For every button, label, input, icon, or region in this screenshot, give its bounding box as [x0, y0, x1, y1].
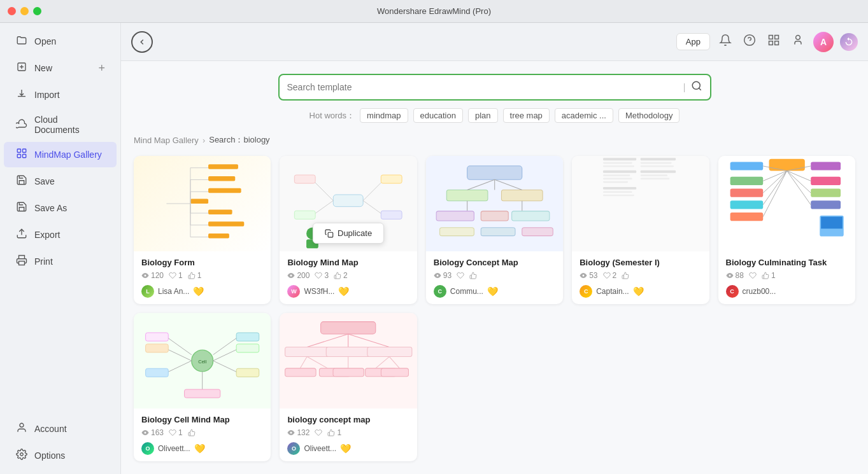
search-input[interactable] [287, 82, 678, 92]
svg-line-63 [467, 179, 494, 190]
app-button[interactable]: App [676, 33, 710, 50]
svg-rect-81 [641, 165, 674, 167]
search-button[interactable] [691, 80, 702, 94]
export-icon [15, 228, 28, 242]
topbar: App A [121, 23, 868, 61]
sidebar-item-print[interactable]: Print [4, 249, 117, 274]
svg-rect-82 [641, 171, 676, 173]
app-title: Wondershare EdrawMind (Pro) [377, 6, 491, 16]
sidebar-item-options[interactable]: Options [4, 443, 117, 468]
svg-rect-117 [236, 344, 259, 352]
svg-point-18 [692, 81, 700, 89]
card-author-biology-concept: C Commu... 💛 [434, 285, 555, 298]
svg-rect-123 [185, 389, 220, 398]
duplicate-tooltip[interactable]: Duplicate [313, 223, 384, 244]
author-avatar-concept: C [434, 285, 446, 298]
tag-academic[interactable]: academic ... [555, 108, 613, 123]
secondary-avatar[interactable] [840, 33, 858, 51]
card-title-biology-form: Biology Form [141, 258, 263, 267]
author-name-concept: Commu... [450, 287, 483, 296]
svg-line-120 [213, 337, 238, 355]
author-avatar-semester: C [580, 285, 592, 298]
sidebar-item-save-as[interactable]: Save As [4, 195, 117, 221]
card-body-culminating: Biology Culminating Task 88 1 [718, 251, 855, 304]
user-avatar[interactable]: A [813, 32, 834, 52]
thumbsup-biology-mind: 2 [334, 271, 348, 280]
svg-rect-47 [381, 175, 402, 183]
card-biology-culminating[interactable]: Biology Culminating Task 88 1 [718, 156, 855, 304]
svg-line-64 [494, 179, 522, 190]
settings-icon[interactable] [789, 31, 807, 52]
svg-rect-61 [481, 211, 508, 221]
notification-icon[interactable] [716, 31, 734, 52]
card-biology-cell[interactable]: Cell [134, 313, 271, 461]
sidebar-item-save[interactable]: Save [4, 169, 117, 194]
svg-rect-5 [17, 155, 20, 158]
close-button[interactable] [8, 7, 16, 15]
svg-point-11 [744, 35, 755, 46]
window-controls [8, 7, 41, 15]
breadcrumb-parent[interactable]: Mind Map Gallery [134, 136, 199, 145]
card-body-biology-form: Biology Form 120 1 1 [134, 251, 271, 304]
svg-line-19 [699, 88, 701, 90]
back-button[interactable] [131, 31, 153, 53]
sidebar-item-open[interactable]: Open [4, 29, 117, 54]
author-name-biology-mind: WS3fH... [304, 287, 334, 296]
sidebar-item-export[interactable]: Export [4, 222, 117, 247]
maximize-button[interactable] [33, 7, 41, 15]
svg-rect-130 [327, 347, 371, 356]
author-name-cell: Oliveett... [158, 444, 190, 453]
svg-rect-119 [236, 368, 259, 377]
sidebar-item-new[interactable]: New + [4, 55, 117, 81]
gallery-grid: Biology Form 120 1 1 [121, 151, 868, 474]
card-biology-form[interactable]: Biology Form 120 1 1 [134, 156, 271, 304]
card-stats-cell: 163 1 [141, 428, 263, 437]
card-thumb-cell: Cell [134, 313, 271, 408]
card-biology-mind-map[interactable]: Duplicate Biology Mind Map 200 3 [280, 156, 416, 304]
sidebar-item-mindmap-gallery[interactable]: MindMap Gallery [4, 142, 117, 167]
card-title-culminating: Biology Culminating Task [726, 258, 848, 267]
svg-rect-30 [208, 188, 241, 193]
sidebar-item-account[interactable]: Account [4, 416, 117, 442]
sidebar-item-cloud[interactable]: Cloud Documents [4, 109, 117, 141]
card-biology-semester[interactable]: Biology (Semester I) 53 2 [572, 156, 709, 304]
grid-icon[interactable] [765, 31, 783, 52]
card-biology-concept[interactable]: Biology Concept Map 93 [426, 156, 563, 304]
pro-badge-semester: 💛 [633, 286, 644, 296]
help-icon[interactable] [741, 31, 758, 52]
heart-concept2 [315, 429, 322, 436]
svg-rect-8 [19, 261, 25, 265]
tag-methodology[interactable]: Methodology [618, 108, 679, 123]
svg-line-105 [786, 171, 811, 193]
card-biology-concept2[interactable]: biology concept map 132 1 [280, 313, 416, 461]
svg-line-46 [364, 180, 385, 201]
svg-rect-86 [769, 159, 804, 171]
svg-rect-78 [603, 195, 634, 197]
sidebar-item-import[interactable]: Import [4, 82, 117, 108]
tag-mindmap[interactable]: mindmap [360, 108, 408, 123]
views-biology-concept: 93 [434, 271, 452, 280]
author-name-semester: Captain... [596, 287, 629, 296]
svg-line-136 [390, 357, 400, 368]
cursor-divider: | [683, 82, 686, 92]
svg-line-42 [313, 180, 334, 201]
svg-line-128 [348, 334, 390, 347]
svg-rect-69 [603, 158, 636, 160]
svg-rect-93 [811, 177, 841, 185]
options-label: Options [34, 450, 65, 461]
svg-rect-88 [811, 162, 841, 170]
gallery-icon [15, 148, 28, 162]
tag-plan[interactable]: plan [468, 108, 498, 123]
svg-rect-16 [775, 41, 779, 45]
tag-tree-map[interactable]: tree map [503, 108, 550, 123]
svg-point-142 [290, 432, 292, 434]
author-avatar-concept2: O [287, 442, 300, 455]
minimize-button[interactable] [20, 7, 29, 15]
card-body-semester: Biology (Semester I) 53 2 [572, 251, 709, 304]
save-icon [15, 174, 28, 188]
cloud-icon [15, 118, 28, 132]
svg-rect-14 [775, 36, 779, 39]
svg-point-9 [20, 423, 24, 427]
svg-rect-13 [769, 36, 773, 39]
tag-education[interactable]: education [413, 108, 463, 123]
